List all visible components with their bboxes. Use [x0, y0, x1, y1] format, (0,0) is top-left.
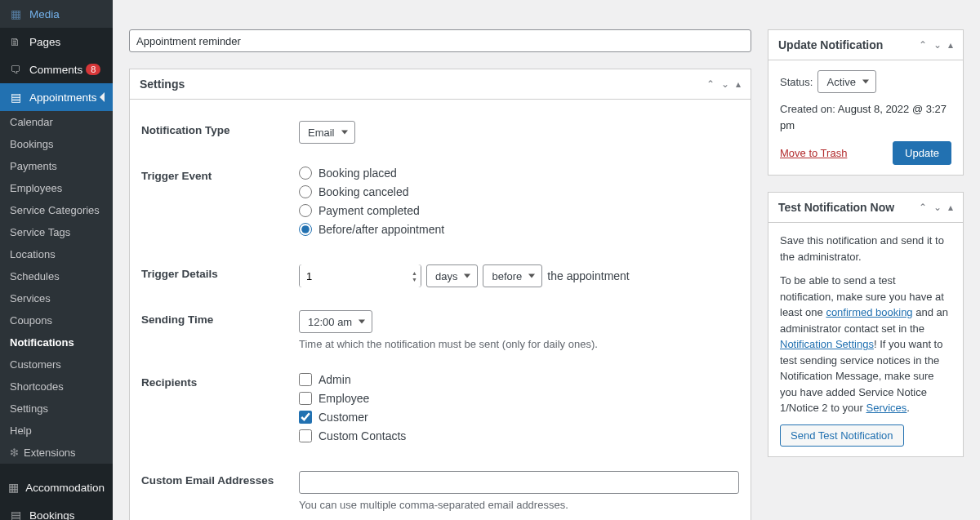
checkbox-employee[interactable]: Employee: [299, 392, 739, 405]
status-label: Status:: [780, 76, 813, 88]
sidebar-item-label: Appointments: [29, 91, 97, 104]
accommodation-icon: ▦: [8, 480, 19, 495]
radio-booking-placed[interactable]: Booking placed: [299, 167, 739, 180]
custom-email-hint: You can use multiple comma-separated ema…: [299, 499, 739, 511]
sidebar-item-label: Media: [29, 8, 60, 20]
chevron-up-icon[interactable]: ⌃: [919, 202, 927, 213]
sending-time-select[interactable]: 12:00 am: [299, 310, 372, 333]
sidebar-sub-calendar[interactable]: Calendar: [0, 111, 113, 133]
comments-icon: 🗨: [8, 62, 23, 77]
sidebar-sub-locations[interactable]: Locations: [0, 243, 113, 265]
notification-type-label: Notification Type: [141, 121, 299, 136]
chevron-down-icon[interactable]: ⌄: [721, 78, 729, 90]
update-box-title: Update Notification: [778, 38, 919, 51]
sidebar-item-comments[interactable]: 🗨Comments8: [0, 56, 113, 83]
settings-header: Settings ⌃ ⌄ ▴: [130, 69, 751, 100]
comments-badge: 8: [86, 64, 100, 75]
services-link[interactable]: Services: [866, 402, 907, 414]
radio-booking-canceled[interactable]: Booking canceled: [299, 185, 739, 198]
main-content: Settings ⌃ ⌄ ▴ Notification Type Email: [113, 0, 980, 520]
sidebar-item-label: Comments: [29, 64, 82, 76]
test-text-2: To be able to send a test notification, …: [780, 273, 951, 416]
chevron-down-icon[interactable]: ⌄: [933, 39, 942, 51]
checkbox-admin[interactable]: Admin: [299, 373, 739, 386]
sidebar-sub-services[interactable]: Services: [0, 287, 113, 309]
chevron-up-icon[interactable]: ⌃: [919, 39, 927, 51]
notification-settings-link[interactable]: Notification Settings: [780, 338, 874, 350]
sidebar-item-pages[interactable]: 🗎Pages: [0, 28, 113, 56]
custom-email-label: Custom Email Addresses: [141, 471, 299, 487]
confirmed-booking-link[interactable]: confirmed booking: [826, 306, 912, 318]
move-to-trash-link[interactable]: Move to Trash: [780, 147, 847, 159]
sending-time-label: Sending Time: [141, 310, 299, 326]
trigger-details-label: Trigger Details: [141, 264, 299, 280]
sidebar-sub-shortcodes[interactable]: Shortcodes: [0, 376, 113, 398]
update-button[interactable]: Update: [893, 141, 951, 165]
active-arrow-icon: [100, 92, 105, 102]
test-text-1: Save this notification and send it to th…: [780, 233, 951, 264]
trigger-details-suffix: the appointment: [547, 269, 629, 282]
collapse-icon[interactable]: ▴: [736, 78, 741, 90]
sidebar-sub-coupons[interactable]: Coupons: [0, 309, 113, 331]
admin-sidebar: ▦Media 🗎Pages 🗨Comments8 ▤Appointments C…: [0, 0, 113, 520]
calendar-icon: ▤: [8, 508, 23, 520]
trigger-event-label: Trigger Event: [141, 167, 299, 182]
sidebar-submenu: Calendar Bookings Payments Employees Ser…: [0, 111, 113, 464]
calendar-icon: ▤: [8, 90, 23, 104]
chevron-down-icon[interactable]: ⌄: [933, 202, 942, 213]
sidebar-sub-extensions[interactable]: ❇Extensions: [0, 442, 113, 464]
sidebar-sub-notifications[interactable]: Notifications: [0, 331, 113, 353]
sidebar-item-media[interactable]: ▦Media: [0, 0, 113, 28]
trigger-details-relation-select[interactable]: before: [483, 264, 542, 287]
sidebar-item-label: Accommodation: [25, 482, 105, 494]
test-notification-postbox: Test Notification Now ⌃ ⌄ ▴ Save this no…: [768, 192, 964, 457]
collapse-icon[interactable]: ▴: [948, 39, 953, 51]
sidebar-sub-customers[interactable]: Customers: [0, 353, 113, 376]
settings-postbox: Settings ⌃ ⌄ ▴ Notification Type Email: [129, 69, 751, 520]
custom-email-input[interactable]: [299, 471, 739, 494]
send-test-notification-button[interactable]: Send Test Notification: [780, 424, 904, 447]
spinner-down-icon[interactable]: ▼: [412, 277, 417, 282]
sidebar-sub-service-tags[interactable]: Service Tags: [0, 221, 113, 243]
collapse-icon[interactable]: ▴: [948, 202, 953, 213]
media-icon: ▦: [8, 7, 23, 21]
sidebar-item-accommodation[interactable]: ▦Accommodation: [0, 473, 113, 501]
radio-before-after[interactable]: Before/after appointment: [299, 223, 739, 236]
checkbox-customer[interactable]: Customer: [299, 411, 739, 424]
pages-icon: 🗎: [8, 34, 23, 49]
trigger-details-number[interactable]: ▲▼: [299, 264, 421, 287]
checkbox-custom-contacts[interactable]: Custom Contacts: [299, 429, 739, 442]
test-box-title: Test Notification Now: [778, 201, 919, 214]
recipients-label: Recipients: [141, 373, 299, 389]
chevron-up-icon[interactable]: ⌃: [706, 78, 715, 90]
sidebar-sub-employees[interactable]: Employees: [0, 177, 113, 199]
extensions-icon: ❇: [10, 447, 19, 459]
settings-heading: Settings: [140, 78, 706, 91]
sidebar-item-label: Pages: [29, 36, 60, 48]
status-select[interactable]: Active: [817, 70, 876, 93]
sidebar-sub-service-categories[interactable]: Service Categories: [0, 199, 113, 221]
sidebar-sub-payments[interactable]: Payments: [0, 155, 113, 177]
sidebar-sub-schedules[interactable]: Schedules: [0, 265, 113, 287]
sidebar-item-label: Bookings: [29, 509, 75, 521]
created-label: Created on:: [780, 103, 835, 115]
notification-type-select[interactable]: Email: [299, 121, 355, 144]
sidebar-item-appointments[interactable]: ▤Appointments: [0, 83, 113, 111]
trigger-details-unit-select[interactable]: days: [426, 264, 478, 287]
update-notification-postbox: Update Notification ⌃ ⌄ ▴ Status: Active…: [768, 29, 964, 176]
notification-title-input[interactable]: [129, 29, 751, 52]
sidebar-sub-bookings[interactable]: Bookings: [0, 133, 113, 155]
sidebar-sub-help[interactable]: Help: [0, 420, 113, 442]
sidebar-sub-settings[interactable]: Settings: [0, 398, 113, 420]
sidebar-item-bookings-bottom[interactable]: ▤Bookings: [0, 501, 113, 520]
sending-time-hint: Time at which the notification must be s…: [299, 338, 739, 350]
radio-payment-completed[interactable]: Payment completed: [299, 204, 739, 217]
spinner-up-icon[interactable]: ▲: [412, 270, 417, 276]
